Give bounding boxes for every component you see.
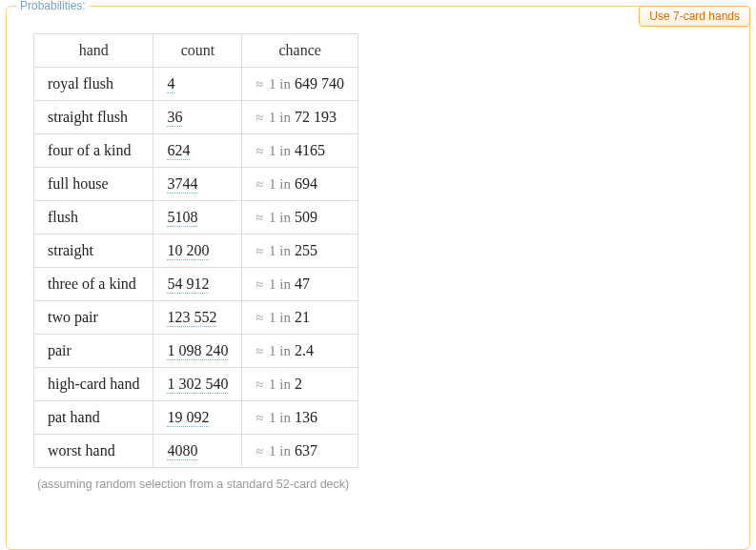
count-cell: 1 098 240 bbox=[153, 335, 242, 368]
count-cell: 19 092 bbox=[153, 401, 242, 435]
table-row: pat hand19 092≈1 in 136 bbox=[34, 401, 358, 435]
one-in-prefix: 1 in bbox=[269, 143, 291, 158]
count-value[interactable]: 4 bbox=[167, 75, 174, 93]
one-in-prefix: 1 in bbox=[269, 110, 291, 125]
table-row: high-card hand1 302 540≈1 in 2 bbox=[34, 368, 358, 401]
chance-cell: ≈1 in 2 bbox=[242, 368, 358, 401]
one-in-prefix: 1 in bbox=[269, 443, 291, 458]
one-in-prefix: 1 in bbox=[269, 176, 291, 192]
table-row: royal flush4≈1 in 649 740 bbox=[34, 68, 358, 101]
one-in-prefix: 1 in bbox=[269, 343, 291, 358]
chance-value: 637 bbox=[295, 442, 317, 458]
one-in-prefix: 1 in bbox=[269, 310, 291, 325]
chance-cell: ≈1 in 47 bbox=[242, 268, 358, 301]
chance-value: 4165 bbox=[295, 142, 325, 158]
chance-cell: ≈1 in 136 bbox=[242, 401, 358, 435]
chance-cell: ≈1 in 21 bbox=[242, 301, 358, 335]
count-cell: 3744 bbox=[153, 168, 242, 201]
count-cell: 5108 bbox=[153, 201, 242, 234]
approx-symbol: ≈ bbox=[255, 144, 263, 158]
table-row: straight10 200≈1 in 255 bbox=[34, 234, 358, 268]
chance-value: 47 bbox=[295, 275, 310, 292]
count-value[interactable]: 19 092 bbox=[167, 409, 209, 427]
hand-name-cell: full house bbox=[34, 168, 153, 201]
table-row: flush5108≈1 in 509 bbox=[34, 201, 358, 234]
count-value[interactable]: 1 098 240 bbox=[167, 342, 228, 360]
footnote-text: (assuming random selection from a standa… bbox=[33, 468, 749, 491]
table-row: straight flush36≈1 in 72 193 bbox=[34, 101, 358, 134]
approx-symbol: ≈ bbox=[255, 311, 263, 325]
count-value[interactable]: 123 552 bbox=[167, 309, 216, 327]
table-row: full house3744≈1 in 694 bbox=[34, 168, 358, 201]
one-in-prefix: 1 in bbox=[269, 377, 291, 392]
count-value[interactable]: 1 302 540 bbox=[167, 376, 228, 394]
count-cell: 1 302 540 bbox=[153, 368, 242, 401]
table-row: pair1 098 240≈1 in 2.4 bbox=[34, 335, 358, 368]
one-in-prefix: 1 in bbox=[269, 243, 291, 258]
hand-name-cell: two pair bbox=[34, 301, 153, 335]
header-hand: hand bbox=[34, 34, 153, 68]
table-row: two pair123 552≈1 in 21 bbox=[34, 301, 358, 335]
count-value[interactable]: 4080 bbox=[167, 442, 197, 460]
chance-cell: ≈1 in 694 bbox=[242, 168, 358, 201]
table-row: three of a kind54 912≈1 in 47 bbox=[34, 268, 358, 301]
count-cell: 10 200 bbox=[153, 234, 242, 268]
hand-name-cell: pat hand bbox=[34, 401, 153, 435]
count-value[interactable]: 624 bbox=[167, 142, 190, 160]
one-in-prefix: 1 in bbox=[269, 410, 291, 425]
chance-value: 694 bbox=[295, 175, 317, 192]
chance-value: 255 bbox=[295, 242, 317, 258]
chance-value: 509 bbox=[295, 209, 317, 225]
approx-symbol: ≈ bbox=[255, 177, 263, 192]
hand-name-cell: royal flush bbox=[34, 68, 153, 101]
approx-symbol: ≈ bbox=[255, 111, 263, 125]
header-count: count bbox=[153, 34, 242, 68]
approx-symbol: ≈ bbox=[255, 411, 263, 425]
panel-title: Probabilities: bbox=[16, 0, 90, 12]
use-7-card-hands-button[interactable]: Use 7-card hands bbox=[639, 6, 750, 27]
approx-symbol: ≈ bbox=[255, 77, 263, 92]
hand-name-cell: high-card hand bbox=[34, 368, 153, 401]
count-cell: 4080 bbox=[153, 435, 242, 468]
chance-cell: ≈1 in 649 740 bbox=[242, 68, 358, 101]
chance-value: 72 193 bbox=[295, 109, 337, 125]
hand-name-cell: straight flush bbox=[34, 101, 153, 134]
count-cell: 54 912 bbox=[153, 268, 242, 301]
one-in-prefix: 1 in bbox=[269, 76, 291, 92]
probabilities-panel: Probabilities: Use 7-card hands hand cou… bbox=[6, 6, 750, 550]
chance-cell: ≈1 in 72 193 bbox=[242, 101, 358, 134]
approx-symbol: ≈ bbox=[255, 444, 263, 458]
count-value[interactable]: 54 912 bbox=[167, 275, 209, 294]
hand-name-cell: flush bbox=[34, 201, 153, 234]
count-cell: 624 bbox=[153, 134, 242, 168]
approx-symbol: ≈ bbox=[255, 211, 263, 225]
count-value[interactable]: 3744 bbox=[167, 175, 197, 194]
count-cell: 123 552 bbox=[153, 301, 242, 335]
table-header-row: hand count chance bbox=[34, 34, 358, 68]
table-row: four of a kind624≈1 in 4165 bbox=[34, 134, 358, 168]
count-value[interactable]: 10 200 bbox=[167, 242, 209, 260]
chance-value: 136 bbox=[295, 409, 317, 425]
count-cell: 36 bbox=[153, 101, 242, 134]
chance-cell: ≈1 in 255 bbox=[242, 234, 358, 268]
header-chance: chance bbox=[242, 34, 358, 68]
chance-cell: ≈1 in 509 bbox=[242, 201, 358, 234]
approx-symbol: ≈ bbox=[255, 377, 263, 392]
chance-value: 21 bbox=[295, 309, 310, 325]
table-row: worst hand4080≈1 in 637 bbox=[34, 435, 358, 468]
hand-name-cell: worst hand bbox=[34, 435, 153, 468]
one-in-prefix: 1 in bbox=[269, 210, 291, 225]
panel-content: hand count chance royal flush4≈1 in 649 … bbox=[7, 7, 749, 491]
chance-value: 2 bbox=[295, 376, 302, 392]
count-value[interactable]: 5108 bbox=[167, 209, 197, 227]
chance-value: 649 740 bbox=[295, 75, 344, 92]
chance-cell: ≈1 in 4165 bbox=[242, 134, 358, 168]
one-in-prefix: 1 in bbox=[269, 276, 291, 292]
count-value[interactable]: 36 bbox=[167, 109, 182, 127]
probabilities-table: hand count chance royal flush4≈1 in 649 … bbox=[33, 33, 358, 468]
hand-name-cell: straight bbox=[34, 234, 153, 268]
hand-name-cell: pair bbox=[34, 335, 153, 368]
chance-cell: ≈1 in 2.4 bbox=[242, 335, 358, 368]
hand-name-cell: three of a kind bbox=[34, 268, 153, 301]
approx-symbol: ≈ bbox=[255, 244, 263, 258]
